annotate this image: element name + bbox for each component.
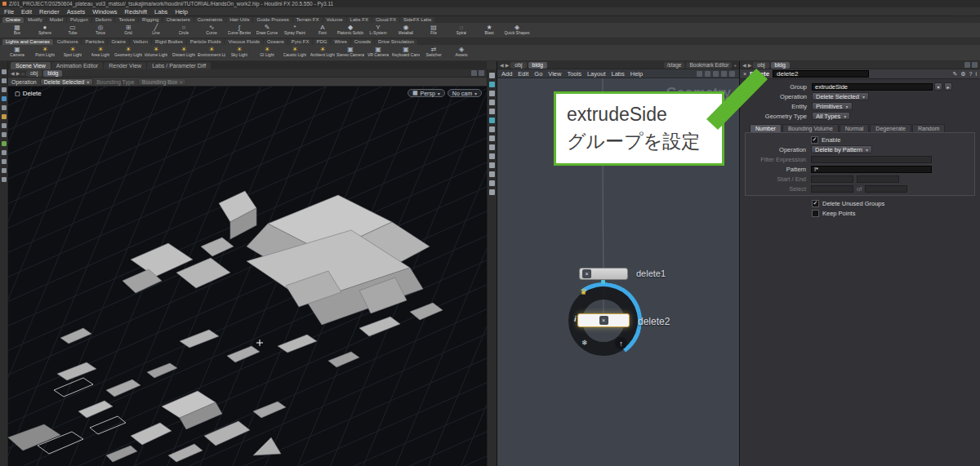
shelf-tool[interactable]: ☀ Distant Light (170, 45, 198, 60)
net-toolbar-icon[interactable] (721, 71, 727, 77)
viewport-tool-icon[interactable] (489, 126, 495, 132)
shelf-tool[interactable]: ★ Blast (475, 23, 503, 38)
shelf-tool[interactable]: ☀ Area Light (87, 45, 114, 60)
path-chip[interactable]: obj (753, 62, 768, 69)
gear-icon[interactable]: ⚙ (960, 71, 965, 78)
shelf-tool[interactable]: ▣ VR Camera (364, 45, 392, 60)
viewport-tool-icon[interactable] (489, 100, 495, 105)
shelf-tool[interactable]: ◆ Platonic Solids (336, 23, 364, 38)
shelf-tab[interactable]: Lights and Cameras (2, 39, 53, 45)
forward-icon[interactable]: ▶ (748, 62, 752, 68)
shelf-tool[interactable]: ☀ Ambient Light (309, 45, 336, 60)
shelf-tool[interactable]: ☀ Environment Light (198, 45, 225, 60)
shelf-tool[interactable]: ∿ Curve (198, 23, 225, 38)
translate-tool-icon[interactable] (2, 78, 7, 83)
scale-tool-icon[interactable] (2, 96, 7, 101)
shelf-tab[interactable]: Constraints (194, 17, 225, 23)
menu-item[interactable]: Labs (154, 8, 167, 16)
group-field[interactable]: extrudeSide (812, 83, 933, 91)
path-chip[interactable]: bldg (43, 70, 62, 77)
forward-icon[interactable]: ▶ (506, 62, 510, 68)
viewport-tool-icon[interactable] (489, 91, 495, 96)
viewport-tool-icon[interactable] (489, 109, 495, 114)
shelf-tab[interactable]: Collisions (54, 39, 82, 45)
operation-dropdown[interactable]: Delete Selected ▾ (40, 78, 93, 86)
viewport-tool-icon[interactable] (489, 180, 495, 186)
shelf-tool[interactable]: ☀ Spot Light (59, 45, 87, 60)
shelf-tab[interactable]: Particles (82, 39, 107, 45)
param-tab[interactable]: Normal (840, 124, 870, 132)
menu-item[interactable]: Redshift (125, 8, 148, 16)
shelf-tool[interactable]: ⇄ Switcher (420, 45, 448, 60)
viewport-tool-icon[interactable] (489, 82, 495, 87)
shelf-tab[interactable]: Labs FX (347, 17, 372, 23)
shelf-tool[interactable]: ✎ Draw Curve (253, 23, 281, 38)
net-toolbar-icon[interactable] (729, 71, 735, 77)
bounding-type-dropdown[interactable]: Bounding Box ▾ (138, 78, 187, 86)
viewport-tool-icon[interactable] (489, 73, 495, 78)
menu-item[interactable]: Help (630, 70, 643, 78)
enable-checkbox[interactable]: ✓ (811, 136, 818, 144)
filter-expression-field[interactable] (811, 156, 932, 163)
shelf-tool[interactable]: Y L-System (364, 23, 392, 38)
shelf-tab[interactable]: SideFX Labs (400, 17, 434, 23)
shelf-tool[interactable]: ▭ Tube (59, 23, 87, 38)
shelf-tool[interactable]: ☀ Point Light (31, 45, 59, 60)
shelf-tab[interactable]: Create (2, 17, 24, 23)
shelf-tool[interactable]: ◉ Metaball (392, 23, 420, 38)
group-select-button[interactable]: ▸ (944, 82, 952, 91)
shelf-tab[interactable]: Characters (163, 17, 193, 23)
shelf-tab[interactable]: Grains (108, 39, 129, 45)
shelf-tab[interactable]: Guide Process (253, 17, 292, 23)
shelf-tab[interactable]: Particle Fluids (187, 39, 225, 45)
network-tab[interactable]: Bookmark Editor (686, 62, 732, 69)
shelf-tab[interactable]: Oceans (264, 39, 287, 45)
pane-tab[interactable]: Scene View (11, 62, 51, 69)
start-field[interactable] (811, 175, 853, 183)
left-toolbar-icon[interactable] (2, 159, 7, 164)
menu-item[interactable]: File (4, 8, 14, 16)
handles-tool-icon[interactable] (2, 105, 7, 110)
edit-icon[interactable]: ✎ (952, 71, 957, 78)
forward-icon[interactable]: ▶ (16, 70, 20, 76)
shelf-tool[interactable]: ʃ Curve Bezier (225, 23, 253, 38)
keep-points-checkbox[interactable] (812, 210, 819, 217)
select-field[interactable] (811, 185, 853, 193)
menu-item[interactable]: Render (39, 8, 60, 16)
menu-item[interactable]: Windows (92, 8, 117, 16)
menu-item[interactable]: Edit (21, 8, 32, 16)
shelf-tab[interactable]: Model (47, 17, 66, 23)
param-tab[interactable]: Number (750, 124, 782, 132)
shelf-tab[interactable]: Rigging (139, 17, 162, 23)
pane-options-icon[interactable] (479, 70, 484, 76)
pin-icon[interactable] (471, 70, 477, 76)
shelf-tool[interactable]: ☀ Geometry Light (114, 45, 142, 60)
shelf-tab[interactable]: Vellum (130, 39, 151, 45)
shelf-tool[interactable]: ⊞ Grid (114, 23, 142, 38)
network-tab[interactable]: /stage (664, 62, 685, 69)
path-chip[interactable]: obj (510, 62, 526, 69)
shelf-tab[interactable]: PDG (313, 39, 330, 45)
persp-selector[interactable]: ▦ Persp ▾ (408, 89, 445, 97)
viewport-tool-icon[interactable] (489, 135, 495, 141)
operation2-dropdown[interactable]: Delete by Pattern ▾ (811, 145, 872, 153)
viewport-tool-icon[interactable] (489, 144, 495, 150)
node-delete2[interactable]: × (577, 313, 630, 327)
shelf-tab[interactable]: Volume (323, 17, 346, 23)
left-toolbar-icon[interactable] (2, 150, 7, 155)
pane-tab[interactable]: Render View (104, 62, 146, 69)
delete-unused-groups-checkbox[interactable]: ✓ (812, 200, 819, 207)
help-icon[interactable]: ? (969, 71, 973, 78)
entity-dropdown[interactable]: Primitives ▾ (812, 102, 853, 110)
shelf-tab[interactable]: Hair Utils (226, 17, 252, 23)
shelf-tool[interactable]: ☀ Volume Light (142, 45, 170, 60)
param-tab[interactable]: Random (912, 124, 945, 132)
rotate-tool-icon[interactable] (2, 87, 7, 92)
path-chip[interactable]: bldg (528, 62, 547, 69)
left-toolbar-icon[interactable] (2, 132, 7, 137)
select-tool-icon[interactable] (2, 69, 7, 74)
shelf-tool[interactable]: A Font (309, 23, 336, 38)
shelf-tab[interactable]: Viscous Fluids (225, 39, 263, 45)
viewport-tool-icon[interactable] (489, 153, 495, 159)
shelf-tab[interactable]: Wires (331, 39, 350, 45)
